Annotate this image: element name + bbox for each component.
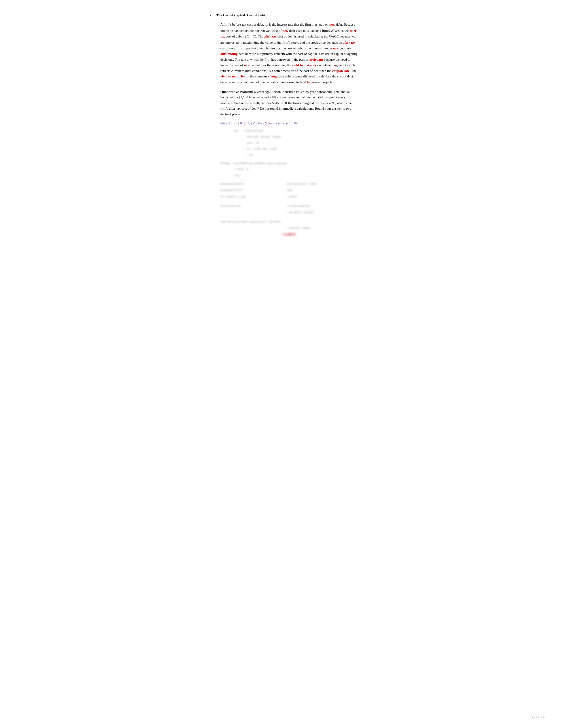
blurred-col-left-5 — [220, 210, 269, 215]
section-title: The Cost of Capital: Cost of Debt — [216, 13, 265, 17]
blurred-line-1: nper coupon periods — [233, 128, 358, 133]
blurred-col-left-1: Semi-annual period — [220, 181, 269, 186]
blurred-line-6: Periodic = use NPER calc to balance cash… — [220, 161, 358, 166]
blurred-line-3: pmt = 44 — [247, 140, 358, 145]
highlight-after-tax-3: after-tax — [343, 41, 356, 44]
blurred-row-2: Group 864.74 272 5462 — [220, 188, 358, 194]
blurred-col-left-7 — [220, 225, 269, 231]
blurred-col-left-2: Group 864.74 272 — [220, 188, 269, 193]
blurred-col-right-5: = 5(1.0975) = 54.0925 — [287, 210, 314, 215]
blurred-row-4: Semi-annual rate =4 semi annual rate — [220, 203, 358, 209]
blurred-row-7: = 10.975% × (60%) — [220, 225, 358, 232]
blurred-line-2: enter nper periods coupon — [247, 134, 358, 139]
final-answer-container: = 6.585% — [220, 233, 358, 236]
highlight-new-4: new — [244, 63, 250, 67]
blurred-col-right-6 — [298, 219, 325, 224]
section-number: 2. — [210, 13, 216, 17]
blurred-calculations-2: Periodic = use NPER calc to balance cash… — [220, 161, 358, 178]
solution-area: Price, PV = - $ 845.87; FV = Face Value … — [220, 121, 358, 236]
blurred-line-5: = 44 — [247, 152, 358, 158]
highlight-ytm-1: yield to maturity — [292, 63, 317, 67]
blurred-calculations-1: nper coupon periods enter nper periods c… — [233, 128, 358, 158]
blurred-line-4: fv = 1,100 par = 1,100 — [247, 146, 358, 151]
solution-price-line: Price, PV = - $ 845.87; FV = Face Value … — [220, 121, 358, 126]
blurred-col-right-7: = 10.975% × (60%) — [287, 225, 313, 231]
blurred-calculations-3: Semi-annual period semi annual rate = 5.… — [220, 181, 358, 200]
highlight-after-tax-1: after-tax — [220, 29, 358, 38]
highlight-coupon-rate: coupon rate — [332, 69, 350, 73]
paragraph-1: A firm's before-tax cost of debt, rd, is… — [220, 22, 358, 85]
blurred-col-left-6: After Tax cost of Debt= annual rate (1 –… — [220, 219, 280, 224]
blurred-col-left-3: PV = 845.87 = 1,100 — [220, 194, 269, 199]
highlight-after-tax-2: after-tax — [264, 34, 276, 38]
highlight-new-3: new — [333, 46, 339, 50]
blurred-row-5: = 5(1.0975) = 54.0925 — [220, 210, 358, 216]
content-block: A firm's before-tax cost of debt, rd, is… — [220, 22, 358, 236]
blurred-calculations-4: Semi-annual rate =4 semi annual rate = 5… — [220, 203, 358, 216]
blurred-col-right-4: =4 semi annual rate — [287, 203, 313, 208]
highlight-ytm-2: yield to maturity — [220, 74, 245, 78]
blurred-col-right-2: 5462 — [287, 188, 313, 193]
section-header: 2. The Cost of Capital: Cost of Debt — [210, 13, 358, 17]
paragraph-2: Quantitative Problem: 5 years ago, Barto… — [220, 89, 358, 117]
highlight-new-1: new — [330, 23, 336, 26]
blurred-calculations-5: After Tax cost of Debt= annual rate (1 –… — [220, 219, 358, 236]
final-answer: = 6.585% — [282, 233, 296, 236]
highlight-long: long — [270, 74, 276, 78]
blurred-row-1: Semi-annual period semi annual rate = 5.… — [220, 181, 358, 187]
section-container: 2. The Cost of Capital: Cost of Debt A f… — [210, 13, 358, 236]
blurred-line-7: = 5.46% % — [233, 167, 358, 172]
highlight-new-2: new — [283, 29, 289, 32]
blurred-line-8: = 40 — [233, 173, 358, 178]
blurred-col-left-4: Semi-annual rate — [220, 203, 269, 208]
highlight-outstanding: outstanding — [220, 52, 237, 56]
blurred-col-right-1: semi annual rate = 5.46% — [287, 181, 317, 186]
highlight-irrelevant: irrelevant — [309, 58, 323, 61]
blurred-row-3: PV = 845.87 = 1,100 = 1.0975 — [220, 194, 358, 200]
blurred-row-6: After Tax cost of Debt= annual rate (1 –… — [220, 219, 358, 225]
quantitative-problem-label: Quantitative Problem: — [220, 90, 253, 94]
quantitative-problem-text: 5 years ago, Barton Industries issued 25… — [220, 90, 352, 116]
blurred-col-right-3: = 1.0975 — [287, 194, 313, 199]
highlight-long-2: long — [307, 80, 313, 84]
